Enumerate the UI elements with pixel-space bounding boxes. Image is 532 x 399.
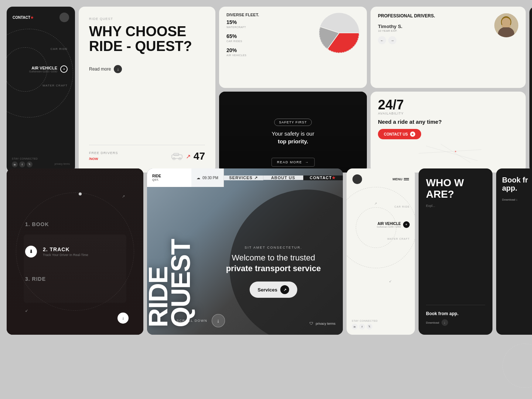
twitter-icon[interactable]: 𝕏 [27,161,33,167]
services-arrow-icon: ↗ [280,285,289,294]
stay-connected-section: STAY CONNECTED in f 𝕏 [12,157,38,167]
card-phone-dark-1: CONTACT★ CAR RIDE AIR VEHICLE Gulfstream… [7,7,75,173]
svg-rect-1 [174,153,179,156]
247-number: 24/7 [378,98,518,112]
phone-air-icon: ✈ [403,221,410,228]
trend-icon: ↗ [186,153,191,160]
pie-chart [319,13,359,82]
svg-rect-9 [502,24,511,27]
water-craft-label: WATER CRAFT [29,84,68,87]
safety-text: Your safety is our top priority. [272,130,314,145]
card-steps: 1. BOOK ⬇ 2. TRACK Track Your Driver In … [7,168,143,335]
phone-linkedin-icon[interactable]: in [352,324,358,330]
phone-car-ride: CAR RIDE [377,205,410,208]
navigation-arrows: ↓ [117,313,129,324]
phone-top-bar: MENU [352,174,409,184]
weather-icon: ☁ [197,176,200,180]
hero-center: SIT AMET CONSECTETUR. Welcome to the tru… [226,246,321,298]
download-icon-r2[interactable]: ↓ [441,319,448,326]
nav-links: SERVICES ↗ ABOUT US CONTACT ★ [224,175,343,180]
book-app-label: Book from app. [426,311,485,316]
card-split: DIVERSE FLEET. 15% WATERCRAFT 65% CAR RI… [219,7,367,173]
phone-twitter-icon[interactable]: 𝕏 [366,324,372,330]
pie-label-watercraft: 15% WATERCRAFT [226,19,314,29]
hero-brand: RIDE QST. [147,168,191,187]
phone-water-craft: WATER CRAFT [377,238,410,240]
read-more-button[interactable]: ↓ [114,65,122,73]
steps-list: 1. BOOK ⬇ 2. TRACK Track Your Driver In … [25,221,125,282]
time-display: 09:30 PM [202,176,218,180]
card-phone-light-r2: MENU CAR RIDE AIR VEHICLE Gulfstream G28… [347,168,415,335]
nav-time: ☁ 09:30 PM [191,168,224,187]
driver-avatar [494,13,518,37]
hero-navigation: RIDE QST. ☁ 09:30 PM SERVICES ↗ ABOUT US… [147,168,343,187]
hero-privacy: 🛡 privacy terms [310,321,335,325]
brand-name: RIDE [152,174,161,178]
svg-point-13 [455,151,456,152]
menu-label: MENU [393,177,409,181]
pie-label-car-rides: 65% CAR RIDES [226,33,314,43]
card-professional: PROFESSIONAL DRIVERS. Timothy S. 10 YEAR… [371,7,526,88]
circle-dot [79,192,82,195]
contact-us-button[interactable]: CONTACT US ★ [378,129,421,139]
partial-download: Download ↓ [502,198,532,201]
nav-contact[interactable]: CONTACT ★ [303,175,343,180]
why-title: WHY CHOOSE RIDE - QUEST? [89,24,205,54]
ride-question: Need a ride at any time? [378,118,518,126]
nav-arrow-down[interactable]: ↓ [117,313,129,324]
map-background [378,142,518,164]
track-sub: Track Your Driver In Real-Time [43,253,88,257]
who-explore-link[interactable]: Expl... [426,204,485,208]
prev-driver-btn[interactable]: ← [378,36,386,44]
svg-line-10 [426,146,478,161]
facebook-icon[interactable]: f [19,161,25,167]
read-more-link[interactable]: READ MORE → [272,158,315,167]
pie-label-air-vehicles: 20% AIR VEHICLES [226,47,314,57]
card-247: 24/7 AVAILABILITY Need a ride at any tim… [371,92,526,173]
card-hero-ridequest: RIDE QST. ☁ 09:30 PM SERVICES ↗ ABOUT US… [147,168,343,335]
phone-avatar [352,174,362,184]
hero-scroll-down[interactable]: SCROLL DOWN ↓ [177,314,225,327]
hamburger-icon[interactable] [404,178,409,180]
contact-label-1: CONTACT★ [13,16,34,20]
air-vehicle-item: AIR VEHICLE Gulfstream G280 / G550 ✈ [29,65,68,73]
nav-about-us[interactable]: ABOUT US [263,175,303,180]
step-3-ride: 3. RIDE [25,276,125,282]
shield-icon: 🛡 [310,321,313,325]
arrow-bottom-right: ↙ [389,279,392,283]
air-vehicle-icon: ✈ [60,65,68,73]
circle-arrow-top: ↗ [122,194,125,198]
svg-point-3 [179,158,181,160]
card-professional-247: PROFESSIONAL DRIVERS. Timothy S. 10 YEAR… [371,7,526,173]
track-icon: ⬇ [25,246,37,258]
download-row-r2: Download ↓ [426,319,485,326]
book-app-section: Book from app. Download ↓ [426,305,485,326]
car-icon [171,153,183,160]
circle-arrow-bottom: ↙ [25,308,28,313]
stay-connected-text: STAY CONNECTED [12,157,38,160]
nav-services[interactable]: SERVICES ↗ [224,175,263,180]
air-vehicle-label: AIR VEHICLE [29,66,57,70]
who-dark-title: WHO W ARE? [426,177,485,200]
partial-title: Book frapp. [502,176,532,192]
hero-subtitle: SIT AMET CONSECTETUR. [226,246,321,249]
safety-badge: SAFETY FIRST [274,119,311,126]
scroll-down-button[interactable]: ↓ [212,314,225,327]
card-why-choose: RIDE QUEST WHY CHOOSE RIDE - QUEST? Read… [79,7,215,173]
stats-row: FREE DRIVERS /NOW ↗ 47 [89,145,205,162]
next-driver-btn[interactable]: → [388,36,396,44]
privacy-terms: privacy terms [54,163,70,165]
card-who-dark-r2: WHO W ARE? Expl... Book from app. Downlo… [419,168,492,335]
free-drivers-label: FREE DRIVERS [89,151,118,155]
read-more-row[interactable]: Read more ↓ [89,65,205,73]
air-vehicle-sub: Gulfstream G280 / G550 [29,70,57,73]
card-partial-r2: Book frapp. Download ↓ [496,168,532,335]
diverse-fleet-title: DIVERSE FLEET. [226,13,314,17]
driver-count: 47 [194,150,205,162]
arrow-top-left: ↗ [374,202,377,205]
availability-label: AVAILABILITY [378,112,518,115]
hero-services-button[interactable]: Services ↗ [249,282,297,298]
card-who-we-are: WHO WE ARE? Explore ↗ Book from app. Dow… [529,7,532,173]
phone-facebook-icon[interactable]: f [359,324,365,330]
linkedin-icon[interactable]: in [12,161,18,167]
